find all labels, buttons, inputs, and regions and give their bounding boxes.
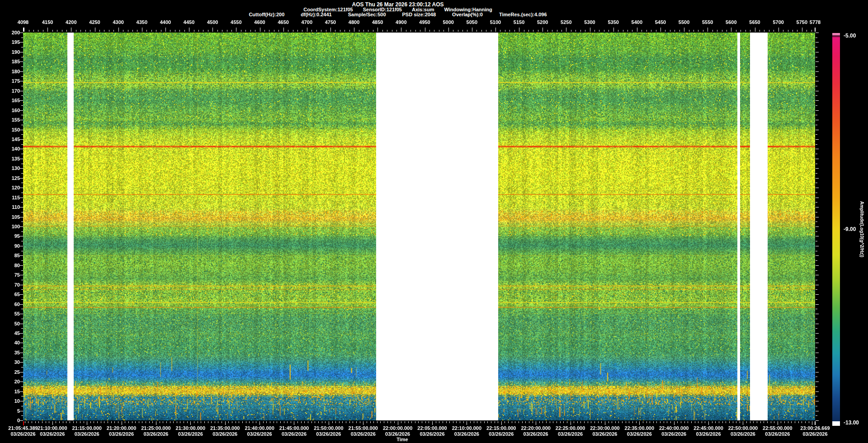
freq-axis-tick-label: 50 (3, 321, 20, 326)
freq-axis-tick-label: 75 (3, 272, 20, 278)
freq-axis-tick-label: 110 (3, 204, 20, 210)
record-axis-tick-label: 4400 (160, 19, 171, 25)
freq-axis-tick-label: 185 (3, 59, 20, 64)
time-value: 22:30:00.000 (590, 425, 619, 431)
date-value: 03/26/2026 (141, 431, 170, 437)
record-axis-tick-label: 5550 (702, 19, 713, 25)
time-axis-tick-label: 21:55:00.00003/26/2026 (349, 425, 378, 437)
time-axis-tick-label: 22:00:00.00003/26/2026 (383, 425, 412, 437)
date-value: 03/26/2026 (107, 431, 136, 437)
freq-axis-tick-label: 115 (3, 195, 20, 200)
time-axis-tick-label: 22:40:00.00003/26/2026 (659, 425, 689, 437)
date-value: 03/26/2026 (314, 431, 343, 437)
record-axis-tick-label: 4650 (278, 19, 288, 25)
record-axis-tick-label: 4200 (66, 19, 76, 25)
time-value: 21:45:00.000 (279, 425, 309, 431)
date-value: 03/26/2026 (693, 431, 723, 437)
time-axis-tick-label: 21:30:00.00003/26/2026 (176, 425, 205, 437)
freq-axis-tick-label: 95 (3, 233, 20, 239)
date-value: 03/26/2026 (728, 431, 758, 437)
time-axis-tick-label: 22:45:00.00003/26/2026 (693, 425, 723, 437)
time-axis-tick-label: 22:30:00.00003/26/2026 (590, 425, 619, 437)
colorbar (832, 33, 840, 426)
freq-axis-tick-label: 165 (3, 98, 20, 103)
record-axis-tick-label: 5450 (655, 19, 666, 25)
record-axis-tick-label: 5350 (608, 19, 618, 25)
date-value: 03/26/2026 (279, 431, 309, 437)
freq-axis-tick-label: 40 (3, 340, 20, 345)
record-axis-tick-label: 5000 (443, 19, 453, 25)
colorbar-axis-label: Amplitude(Log10(g^2/Hz)) (859, 201, 864, 257)
time-axis-tick-label: 21:15:00.00003/26/2026 (72, 425, 101, 437)
record-axis-tick-label: 4750 (325, 19, 336, 25)
record-axis-tick-label: 4300 (113, 19, 123, 25)
time-axis-tick-label: 21:50:00.00003/26/2026 (314, 425, 343, 437)
freq-axis-tick-label: 20 (3, 379, 20, 384)
record-axis-tick-label: 5500 (679, 19, 689, 25)
date-value: 03/26/2026 (349, 431, 378, 437)
record-axis-tick-label: 4850 (372, 19, 383, 25)
freq-axis-tick-label: 45 (3, 330, 20, 336)
time-axis-tick-label: 22:25:00.00003/26/2026 (556, 425, 585, 437)
date-value: 03/26/2026 (486, 431, 516, 437)
record-axis-tick-label: 5150 (514, 19, 524, 25)
record-axis-tick-label: 5600 (726, 19, 736, 25)
record-axis-tick-label: 5650 (749, 19, 760, 25)
time-value: 21:05:45.389 (8, 425, 38, 431)
time-axis-tick-label: 22:50:00.00003/26/2026 (728, 425, 758, 437)
record-axis-tick-label: 4500 (207, 19, 218, 25)
date-value: 03/26/2026 (245, 431, 274, 437)
time-value: 22:10:00.000 (452, 425, 481, 431)
record-axis-tick-label: 5750 (797, 19, 807, 25)
freq-axis-tick-label: 200 (3, 30, 20, 35)
time-value: 23:00:26.669 (800, 425, 830, 431)
record-axis-tick-label: 4700 (302, 19, 312, 25)
record-axis-tick-label: 5200 (537, 19, 548, 25)
freq-axis-tick-label: 10 (3, 398, 20, 404)
freq-axis-tick-label: 70 (3, 282, 20, 287)
freq-axis-tick-label: 195 (3, 39, 20, 45)
date-value: 03/26/2026 (176, 431, 205, 437)
time-axis-tick-label: 21:10:00.00003/26/2026 (38, 425, 67, 437)
record-axis-tick-label: 4350 (137, 19, 147, 25)
freq-axis-tick-label: 155 (3, 117, 20, 123)
time-axis-tick-label: 23:00:26.66903/26/2026 (800, 425, 830, 437)
freq-axis-tick-label: 180 (3, 69, 20, 74)
freq-axis-tick-label: 5 (3, 408, 20, 414)
freq-axis-tick-label: 30 (3, 359, 20, 365)
freq-axis-tick-label: 120 (3, 185, 20, 190)
record-axis-tick-label: 5100 (490, 19, 501, 25)
time-value: 22:00:00.000 (383, 425, 412, 431)
date-value: 03/26/2026 (210, 431, 240, 437)
time-value: 22:45:00.000 (693, 425, 723, 431)
time-axis-tick-label: 22:05:00.00003/26/2026 (417, 425, 447, 437)
time-value: 21:40:00.000 (245, 425, 274, 431)
date-value: 03/26/2026 (452, 431, 481, 437)
time-value: 21:30:00.000 (176, 425, 205, 431)
time-value: 22:50:00.000 (728, 425, 758, 431)
time-axis-tick-label: 22:10:00.00003/26/2026 (452, 425, 481, 437)
time-value: 21:10:00.000 (38, 425, 67, 431)
time-axis-tick-label: 21:45:00.00003/26/2026 (279, 425, 309, 437)
record-axis-tick-label: 4550 (231, 19, 241, 25)
time-axis-tick-label: 21:05:45.38903/26/2026 (8, 425, 38, 437)
freq-axis-tick-label: 0 (3, 418, 20, 423)
date-value: 03/26/2026 (659, 431, 689, 437)
record-axis-tick-label: 5300 (584, 19, 595, 25)
time-value: 22:25:00.000 (556, 425, 585, 431)
time-value: 22:40:00.000 (659, 425, 689, 431)
freq-axis-tick-label: 85 (3, 253, 20, 258)
time-axis-tick-label: 21:20:00.00003/26/2026 (107, 425, 136, 437)
colorbar-tick-label: -9.00 (844, 226, 856, 232)
record-axis-tick-label: 4600 (254, 19, 265, 25)
time-axis-tick-label: 22:20:00.00003/26/2026 (521, 425, 550, 437)
freq-axis-tick-label: 25 (3, 369, 20, 375)
record-axis-tick-label: 5700 (773, 19, 783, 25)
time-value: 22:35:00.000 (625, 425, 654, 431)
record-axis-tick-label: 4950 (419, 19, 430, 25)
record-axis-tick-label: 5400 (632, 19, 642, 25)
date-value: 03/26/2026 (8, 431, 38, 437)
time-value: 22:55:00.000 (763, 425, 792, 431)
freq-axis-tick-label: 35 (3, 350, 20, 355)
time-value: 21:50:00.000 (314, 425, 343, 431)
